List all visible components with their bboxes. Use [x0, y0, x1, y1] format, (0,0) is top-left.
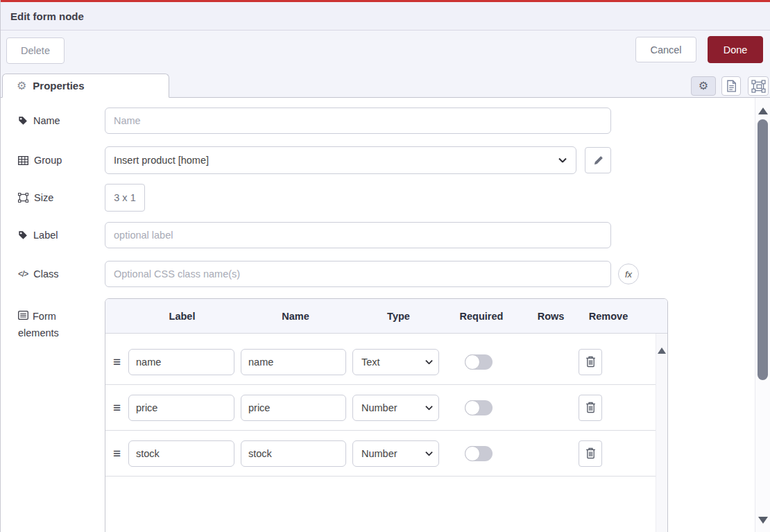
fx-icon: fx	[625, 269, 632, 280]
form-element-row: ≡ Number	[105, 431, 656, 477]
required-toggle[interactable]	[465, 354, 493, 370]
field-row-class: </> Class fx	[18, 261, 639, 287]
column-header-required: Required	[450, 311, 513, 322]
trash-icon	[585, 356, 596, 368]
field-row-label: Label	[18, 222, 611, 248]
form-elements-header: Label Name Type Required Rows Remove	[105, 299, 667, 334]
element-type-select[interactable]: Text	[352, 349, 439, 375]
column-header-rows: Rows	[530, 311, 572, 322]
form-elements-field-label: Form elements	[18, 308, 74, 341]
scroll-up-icon[interactable]	[758, 108, 768, 114]
column-header-remove: Remove	[584, 311, 633, 322]
gear-icon: ⚙	[699, 80, 708, 92]
name-field-label: Name	[18, 115, 105, 126]
form-elements-body: ≡ Text ≡ Number	[105, 334, 667, 532]
cancel-button[interactable]: Cancel	[635, 37, 696, 62]
object-group-icon	[751, 80, 766, 93]
description-view-button[interactable]	[721, 76, 741, 96]
edit-form-node-dialog: Edit form node Delete Cancel Done ⚙ Prop…	[0, 0, 770, 532]
trash-icon	[585, 402, 596, 413]
panel-scrollbar[interactable]	[755, 98, 770, 532]
size-field-label: Size	[18, 192, 105, 203]
field-row-form-elements: Form elements	[18, 298, 74, 341]
drag-handle-icon[interactable]: ≡	[113, 355, 124, 368]
class-field-label: </> Class	[18, 268, 105, 280]
editor-tab-bar: ⚙ Properties ⚙	[1, 72, 770, 98]
remove-element-button[interactable]	[579, 349, 602, 375]
element-type-select[interactable]: Number	[352, 440, 439, 467]
code-icon: </>	[18, 269, 28, 279]
list-alt-icon	[18, 311, 28, 320]
toggle-knob	[465, 354, 480, 370]
remove-element-button[interactable]	[579, 395, 602, 421]
drag-handle-icon[interactable]: ≡	[113, 447, 124, 460]
drag-handle-icon[interactable]: ≡	[113, 401, 124, 414]
remove-element-button[interactable]	[579, 440, 602, 467]
group-select[interactable]: Insert product [home]	[105, 146, 576, 174]
dialog-title-bar: Edit form node	[1, 2, 770, 31]
pencil-icon	[593, 155, 604, 166]
delete-button[interactable]: Delete	[6, 37, 65, 64]
column-header-name: Name	[242, 311, 349, 322]
tag-icon	[18, 116, 28, 126]
label-input[interactable]	[105, 222, 611, 248]
group-field-label: Group	[18, 155, 105, 166]
tab-properties[interactable]: ⚙ Properties	[2, 74, 169, 98]
expression-button[interactable]: fx	[618, 264, 639, 284]
field-row-size: Size 3 x 1	[18, 184, 145, 212]
label-field-label: Label	[18, 230, 105, 241]
list-scrollbar[interactable]	[656, 334, 667, 532]
gear-icon: ⚙	[17, 80, 26, 92]
element-label-input[interactable]	[128, 440, 234, 467]
toggle-knob	[465, 446, 480, 461]
name-input[interactable]	[105, 108, 611, 134]
column-header-label: Label	[128, 311, 236, 322]
element-label-input[interactable]	[128, 395, 234, 421]
document-icon	[726, 80, 737, 92]
done-button[interactable]: Done	[708, 36, 763, 63]
table-icon	[18, 156, 28, 165]
size-button[interactable]: 3 x 1	[105, 184, 145, 212]
tab-properties-label: Properties	[33, 80, 84, 92]
scroll-up-icon[interactable]	[658, 347, 666, 354]
element-type-select[interactable]: Number	[352, 395, 439, 421]
form-elements-list: Label Name Type Required Rows Remove ≡ T…	[105, 298, 668, 532]
toggle-knob	[465, 400, 480, 415]
element-name-input[interactable]	[241, 395, 346, 421]
field-row-group: Group Insert product [home]	[18, 146, 611, 174]
scrollbar-thumb[interactable]	[758, 119, 768, 380]
tag-icon	[18, 230, 28, 240]
element-label-input[interactable]	[128, 349, 234, 375]
scroll-down-icon[interactable]	[758, 517, 768, 524]
form-element-row: ≡ Number	[105, 385, 656, 431]
element-name-input[interactable]	[241, 440, 346, 467]
trash-icon	[585, 447, 596, 459]
required-toggle[interactable]	[465, 400, 493, 415]
properties-panel: Name Group Insert product [home]	[1, 98, 755, 532]
object-group-icon	[18, 193, 28, 203]
required-toggle[interactable]	[465, 446, 493, 461]
form-elements-rows: ≡ Text ≡ Number	[105, 334, 656, 532]
column-header-type: Type	[355, 311, 442, 322]
dialog-title: Edit form node	[10, 10, 84, 22]
element-name-input[interactable]	[241, 349, 346, 375]
appearance-view-button[interactable]	[748, 76, 769, 96]
properties-view-button[interactable]: ⚙	[691, 76, 716, 96]
form-element-row: ≡ Text	[105, 339, 656, 385]
class-input[interactable]	[105, 261, 611, 287]
edit-group-button[interactable]	[585, 147, 611, 173]
field-row-name: Name	[18, 108, 611, 134]
dialog-button-bar: Delete Cancel Done	[1, 31, 770, 72]
